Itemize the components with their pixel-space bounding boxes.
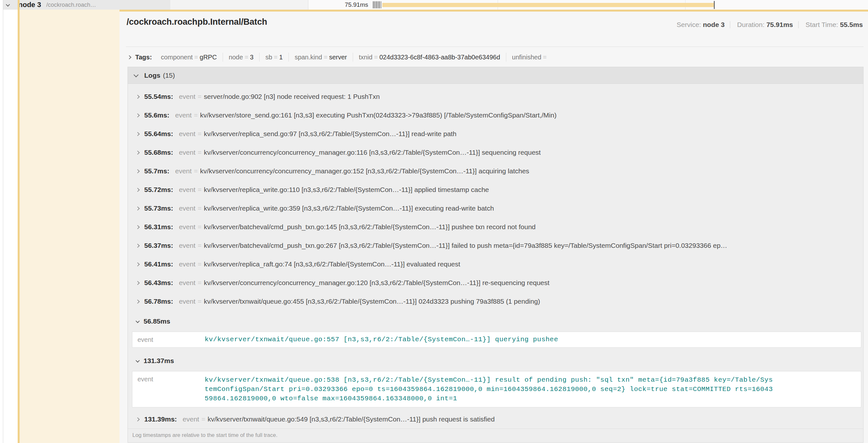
log-event-box: eventkv/kvserver/txnwait/queue.go:557 [n… <box>132 332 861 348</box>
log-row[interactable]: 56.31ms:event=kv/kvserver/batcheval/cmd_… <box>128 218 863 236</box>
log-message: kv/kvserver/concurrency/concurrency_mana… <box>204 149 541 156</box>
tag-item[interactable]: sb=1 <box>259 53 288 62</box>
chevron-right-icon[interactable] <box>135 244 140 248</box>
tag-item[interactable]: node=3 <box>223 53 259 62</box>
tag-item[interactable]: span.kind=server <box>288 53 353 62</box>
equals-sign: = <box>195 298 204 305</box>
tag-value: 3 <box>250 54 253 61</box>
log-field-key: event <box>179 223 195 231</box>
span-timeline-cell[interactable]: 75.91ms <box>309 0 868 10</box>
equals-sign: = <box>372 54 379 61</box>
chevron-right-icon[interactable] <box>135 281 140 285</box>
tag-value: 1 <box>279 54 283 61</box>
log-row[interactable]: 55.7ms:event=kv/kvserver/concurrency/con… <box>128 162 863 180</box>
chevron-right-icon[interactable] <box>135 113 140 117</box>
log-message: kv/kvserver/replica_write.go:359 [n3,s3,… <box>204 204 494 212</box>
equals-sign: = <box>195 242 204 249</box>
chevron-right-icon[interactable] <box>135 262 140 267</box>
log-row[interactable]: 55.64ms:event=kv/kvserver/replica_send.g… <box>128 125 863 143</box>
log-row[interactable]: 55.6ms:event=kv/kvserver/store_send.go:1… <box>128 106 863 125</box>
equals-sign: = <box>195 260 204 268</box>
logs-list: 55.54ms:event=server/node.go:902 [n3] no… <box>128 84 863 429</box>
logs-accordion-header[interactable]: Logs (15) <box>128 67 863 84</box>
service-label: Service: <box>677 21 701 28</box>
collapse-children-chevron-icon[interactable] <box>6 2 10 6</box>
equals-sign: = <box>195 204 204 212</box>
service-value: node 3 <box>703 21 725 28</box>
chevron-right-icon[interactable] <box>135 169 140 173</box>
chevron-down-icon[interactable] <box>135 319 140 323</box>
span-detail-panel: /cockroach.roachpb.Internal/Batch Servic… <box>120 10 868 443</box>
equals-sign: = <box>195 223 204 231</box>
log-row[interactable]: 55.68ms:event=kv/kvserver/concurrency/co… <box>128 143 863 162</box>
log-message: kv/kvserver/replica_send.go:97 [n3,s3,r6… <box>204 130 457 138</box>
tag-key: component <box>161 54 193 61</box>
log-field-value-line: 59864.162819000,0 wto=false max=16043598… <box>205 394 773 403</box>
log-field-key: event <box>137 375 205 403</box>
chevron-right-icon[interactable] <box>135 206 140 211</box>
span-row[interactable]: node 3 /cockroach.roach… 75.91ms <box>3 0 868 10</box>
log-row[interactable]: 56.78ms:event=kv/kvserver/txnwait/queue.… <box>128 292 863 311</box>
log-field-key: event <box>183 415 199 423</box>
log-message: kv/kvserver/concurrency/concurrency_mana… <box>200 167 529 175</box>
span-duration-bar[interactable] <box>382 3 714 7</box>
chevron-right-icon[interactable] <box>135 225 140 229</box>
chevron-right-icon[interactable] <box>135 300 140 304</box>
equals-sign: = <box>192 167 200 175</box>
log-row[interactable]: 55.54ms:event=server/node.go:902 [n3] no… <box>128 87 863 106</box>
final-log-tick <box>714 1 715 9</box>
log-field-key: event <box>179 186 195 194</box>
chevron-right-icon[interactable] <box>135 132 140 136</box>
equals-sign: = <box>272 54 279 61</box>
logs-count: (15) <box>163 72 175 79</box>
log-timestamp: 56.31ms: <box>144 223 173 231</box>
chevron-right-icon[interactable] <box>135 417 140 421</box>
log-field-key: event <box>175 167 191 175</box>
span-name-cell[interactable]: node 3 /cockroach.roach… <box>3 0 170 10</box>
log-message: kv/kvserver/batcheval/cmd_push_txn.go:14… <box>204 223 536 231</box>
left-gutter-border <box>3 0 3 443</box>
equals-sign: = <box>322 54 329 61</box>
equals-sign: = <box>199 415 208 423</box>
chevron-right-icon[interactable] <box>127 55 131 59</box>
log-timestamp: 55.54ms: <box>144 93 173 100</box>
log-message: kv/kvserver/concurrency/concurrency_mana… <box>204 279 550 287</box>
log-row[interactable]: 56.37ms:event=kv/kvserver/batcheval/cmd_… <box>128 236 863 255</box>
start-time-label: Start Time: <box>805 21 838 28</box>
equals-sign: = <box>195 279 204 287</box>
log-row[interactable]: 55.73ms:event=kv/kvserver/replica_write.… <box>128 199 863 218</box>
equals-sign: = <box>192 111 200 119</box>
chevron-right-icon[interactable] <box>135 95 140 99</box>
chevron-down-icon[interactable] <box>135 358 140 363</box>
tag-key: span.kind <box>294 54 322 61</box>
chevron-right-icon[interactable] <box>135 150 140 155</box>
log-field-key: event <box>179 279 195 287</box>
tag-key: sb <box>265 54 272 61</box>
log-row-expanded-header[interactable]: 56.85ms <box>128 313 863 329</box>
tag-value: 024d3323-6c8f-4863-aa8b-37ab0e63496d <box>379 54 500 61</box>
log-field-key: event <box>179 260 195 268</box>
equals-sign: = <box>243 54 250 61</box>
chevron-down-icon[interactable] <box>134 72 139 77</box>
tag-item[interactable]: txnid=024d3323-6c8f-4863-aa8b-37ab0e6349… <box>353 53 506 62</box>
log-row[interactable]: 131.39ms:event=kv/kvserver/txnwait/queue… <box>128 410 863 429</box>
log-message: kv/kvserver/txnwait/queue.go:549 [n3,s3,… <box>208 415 495 423</box>
tags-accordion-header[interactable]: Tags: component=gRPCnode=3sb=1span.kind=… <box>128 51 554 64</box>
log-timestamp: 56.43ms: <box>144 279 173 287</box>
log-ticks-cluster <box>373 1 381 8</box>
tag-item[interactable]: unfinished= <box>506 53 554 62</box>
log-row-expanded-header[interactable]: 131.37ms <box>128 353 863 369</box>
log-message: kv/kvserver/store_send.go:161 [n3,s3] ex… <box>200 111 557 119</box>
detail-row-left-fill <box>20 10 120 443</box>
log-row[interactable]: 55.72ms:event=kv/kvserver/replica_write.… <box>128 180 863 199</box>
log-row[interactable]: 56.41ms:event=kv/kvserver/replica_raft.g… <box>128 255 863 273</box>
tags-label: Tags: <box>135 54 152 61</box>
span-duration-label: 75.91ms <box>345 0 368 10</box>
chevron-right-icon[interactable] <box>135 188 140 192</box>
trace-span-detail-page: node 3 /cockroach.roach… 75.91ms /cockro… <box>0 0 868 443</box>
log-row[interactable]: 56.43ms:event=kv/kvserver/concurrency/co… <box>128 273 863 292</box>
log-field-value-line: temConfigSpan/Start pri=0.03293366 epo=0… <box>205 384 773 394</box>
tag-item[interactable]: component=gRPC <box>155 53 223 62</box>
log-timestamp: 55.64ms: <box>144 130 173 138</box>
log-field-key: event <box>179 298 195 305</box>
